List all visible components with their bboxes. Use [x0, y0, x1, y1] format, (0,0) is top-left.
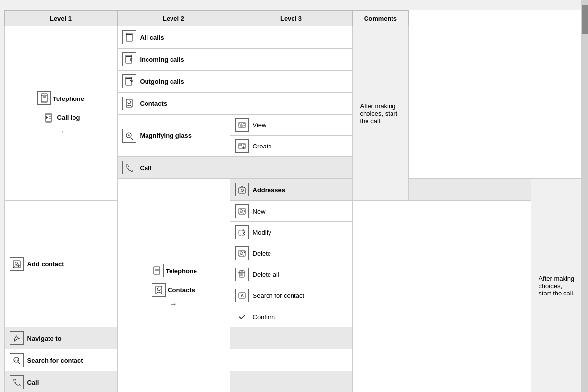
scrollbar[interactable]: [581, 0, 588, 392]
view-label: View: [253, 122, 267, 129]
svg-marker-11: [46, 116, 48, 119]
contacts-icon: [122, 97, 136, 110]
magnifying-icon: [122, 129, 136, 143]
level2-navigateto-cell: Navigate to: [4, 327, 117, 349]
header-level2: Level 2: [117, 11, 230, 26]
svg-point-55: [15, 262, 17, 264]
delete-label: Delete: [253, 250, 271, 257]
section1-calllog-label: Call log: [57, 114, 80, 121]
deleteall-label: Delete all: [253, 271, 279, 278]
create-icon: [235, 139, 249, 153]
svg-text:abc: abc: [14, 359, 19, 362]
outgoing-icon: [122, 74, 136, 88]
svg-rect-39: [240, 144, 242, 146]
telephone2-icon: [150, 264, 164, 277]
section1-arrow: →: [57, 127, 65, 136]
svg-line-30: [131, 138, 133, 140]
level3-delete-cell: Delete: [230, 243, 352, 264]
modify-icon: [235, 225, 249, 239]
allcalls-label: All calls: [140, 34, 164, 41]
level3-incoming-cell: [230, 49, 352, 71]
addcontact-icon: [10, 257, 24, 271]
level3-view-cell: View: [230, 115, 352, 136]
navigateto-icon: [10, 331, 24, 345]
searchcontact2-label: Search for contact: [253, 292, 305, 299]
header-level3: Level 3: [230, 11, 352, 26]
level3-searchcontact2-cell: A Search for contact: [230, 285, 352, 306]
level2-addcontact-cell: Add contact: [4, 201, 117, 327]
level3-contacts-cell: [230, 93, 352, 115]
create-label: Create: [253, 143, 272, 150]
level3-modify-cell: Modify: [230, 222, 352, 243]
svg-rect-52: [239, 188, 245, 193]
level3-allcalls-cell: [230, 26, 352, 49]
section2-arrow: →: [170, 300, 177, 309]
level2-contacts-cell: Contacts: [117, 93, 230, 115]
new-label: New: [253, 208, 266, 215]
header-comments: Comments: [352, 11, 409, 26]
contacts-label: Contacts: [140, 100, 168, 107]
svg-rect-4: [43, 97, 46, 97]
contacts2-icon: [152, 283, 166, 297]
call2-icon: [10, 375, 24, 389]
section1-comments: After making choices, start the call.: [352, 26, 409, 201]
incoming-icon: [122, 52, 136, 66]
call1-icon: [122, 161, 136, 174]
telephone-icon: [37, 91, 51, 105]
svg-rect-3: [43, 96, 46, 96]
magnifying-label: Magnifying glass: [140, 132, 192, 139]
searchcontact-label: Search for contact: [27, 357, 83, 364]
svg-line-63: [243, 229, 245, 232]
level2-incoming-cell: Incoming calls: [117, 49, 230, 71]
addcontact-label: Add contact: [27, 260, 64, 268]
svg-point-28: [128, 101, 131, 104]
svg-point-59: [240, 210, 242, 212]
call1-label: Call: [140, 164, 152, 172]
level3-deleteall-cell: Delete all: [230, 264, 352, 285]
confirm-icon: [235, 310, 249, 323]
level3-navigateto-cell: [230, 327, 352, 349]
svg-point-51: [157, 288, 160, 291]
level2-searchcontact-cell: abc Search for contact: [4, 349, 117, 371]
searchcontact2-icon: A: [235, 289, 249, 302]
level3-addresses-cell: [409, 179, 531, 201]
section2-comments: After making choices, start the call.: [531, 179, 584, 392]
level2-call2-cell: Call: [4, 371, 117, 392]
header-level1: Level 1: [4, 11, 117, 26]
addresses-label: Addresses: [253, 186, 285, 194]
svg-rect-47: [155, 269, 159, 269]
level3-create-cell: Create: [230, 136, 352, 157]
modify-label: Modify: [253, 229, 271, 236]
scrollbar-thumb[interactable]: [582, 5, 588, 34]
section1-telephone-label: Telephone: [53, 95, 84, 102]
confirm-label: Confirm: [253, 313, 275, 320]
level3-confirm-cell: Confirm: [230, 306, 352, 327]
svg-rect-48: [155, 270, 159, 270]
section2-telephone-label: Telephone: [166, 268, 197, 275]
svg-rect-49: [155, 270, 159, 271]
svg-rect-34: [240, 123, 242, 124]
incoming-label: Incoming calls: [140, 56, 184, 63]
navigateto-label: Navigate to: [27, 335, 62, 342]
svg-rect-5: [43, 98, 46, 98]
deleteall-icon: [235, 268, 249, 281]
svg-text:A: A: [241, 294, 244, 298]
level3-outgoing-cell: [230, 71, 352, 93]
level3-new-cell: New: [230, 201, 352, 222]
svg-point-66: [240, 252, 242, 254]
section2-contacts-label: Contacts: [168, 286, 195, 294]
outgoing-label: Outgoing calls: [140, 78, 184, 85]
level2-outgoing-cell: Outgoing calls: [117, 71, 230, 93]
level2-call1-cell: Call: [117, 157, 352, 179]
level2-addresses-cell: Addresses: [230, 179, 352, 201]
view-icon: [235, 118, 249, 132]
new-icon: [235, 204, 249, 218]
allcalls-icon: [122, 30, 136, 44]
section1-level1-cell: Telephone Call log →: [4, 26, 117, 201]
delete-icon: [235, 246, 249, 260]
svg-line-78: [18, 362, 20, 364]
calllog-icon: [42, 111, 55, 124]
svg-point-53: [241, 189, 243, 192]
level2-magnifying-cell: Magnifying glass: [117, 115, 230, 157]
call2-label: Call: [27, 379, 39, 386]
